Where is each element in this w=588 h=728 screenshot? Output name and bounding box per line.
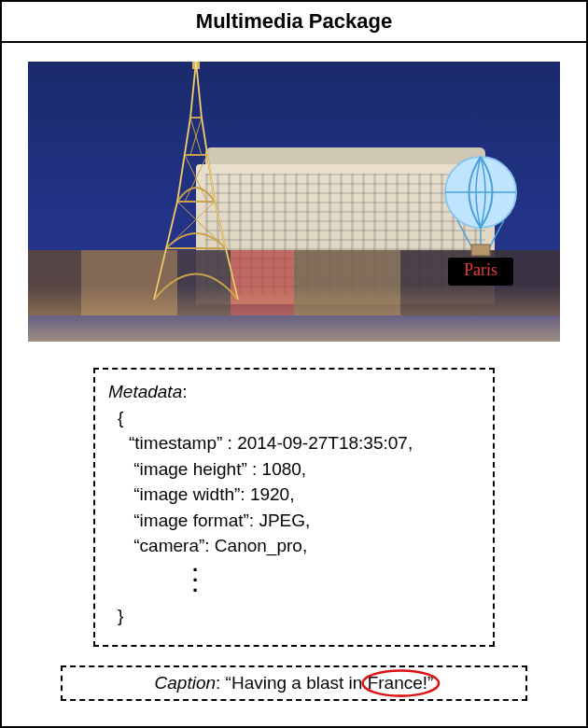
metadata-row: “camera”: Canon_pro, (108, 533, 480, 559)
metadata-value: 1920, (250, 484, 295, 504)
caption-label: Caption (155, 673, 217, 693)
metadata-value: JPEG, (259, 511, 310, 530)
caption-circled-word: France!” (368, 673, 434, 693)
metadata-value: 2014-09-27T18:35:07, (237, 433, 413, 453)
vertical-ellipsis-icon: ... (108, 559, 480, 590)
metadata-row: “image height” : 1080, (108, 456, 480, 483)
metadata-value: Canon_pro, (215, 536, 307, 555)
caption-circled-text: France!” (368, 673, 434, 693)
metadata-key: “image height” (133, 459, 246, 479)
content-area: Paris Metadata: { “timestamp” : 2014-09-… (2, 43, 586, 726)
balloon-icon (439, 155, 523, 267)
eiffel-tower-icon (140, 62, 252, 304)
spacer (108, 590, 480, 603)
svg-rect-7 (471, 245, 490, 256)
metadata-row: “image width”: 1920, (108, 482, 480, 508)
caption-box: Caption: “Having a blast in France!” (61, 665, 527, 701)
caption-text-prefix: “Having a blast in (226, 673, 368, 693)
metadata-key: “image format” (133, 511, 249, 530)
package-frame: Multimedia Package (0, 0, 588, 728)
metadata-key: “timestamp” (129, 433, 222, 453)
metadata-row: “timestamp” : 2014-09-27T18:35:07, (108, 430, 480, 456)
city-light-glow (28, 286, 560, 342)
metadata-label: Metadata: (108, 379, 480, 405)
metadata-label-text: Metadata (108, 382, 182, 401)
metadata-open-brace: { (108, 405, 480, 431)
metadata-key: “image width” (133, 484, 240, 504)
page-title: Multimedia Package (2, 2, 586, 43)
photo: Paris (28, 62, 560, 342)
metadata-value: 1080, (262, 459, 307, 479)
metadata-box: Metadata: { “timestamp” : 2014-09-27T18:… (93, 368, 495, 647)
metadata-row: “image format”: JPEG, (108, 508, 480, 534)
paris-sign: Paris (448, 258, 513, 286)
metadata-close-brace: } (108, 603, 480, 629)
